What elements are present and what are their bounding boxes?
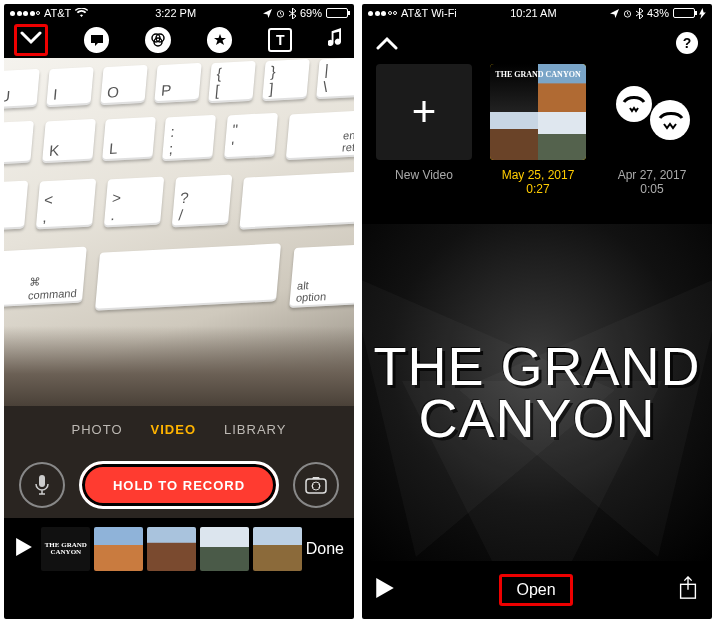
- done-button[interactable]: Done: [306, 540, 348, 558]
- clip-thumb-title: THE GRAND CANYON: [41, 542, 90, 556]
- record-bar: HOLD TO RECORD: [4, 452, 354, 518]
- alarm-icon: [276, 9, 285, 18]
- clip-thumbnail[interactable]: [253, 527, 302, 571]
- projects-bottom-bar: Open: [362, 561, 712, 619]
- signal-dots-icon: [10, 11, 40, 16]
- play-icon: [376, 578, 394, 598]
- projects-toolbar: ?: [362, 22, 712, 64]
- plus-icon: +: [412, 88, 437, 136]
- signal-dots-icon: [368, 11, 397, 16]
- clips-projects-screen: AT&T Wi-Fi 10:21 AM 43% ? + New Video: [362, 4, 712, 619]
- clock-label: 3:22 PM: [155, 7, 196, 19]
- location-icon: [610, 9, 619, 18]
- status-bar: AT&T 3:22 PM 69%: [4, 4, 354, 22]
- mode-selector: PHOTO VIDEO LIBRARY: [4, 406, 354, 452]
- project-tile[interactable]: THE GRAND CANYON May 25, 2017 0:27: [490, 64, 586, 196]
- project-duration: 0:27: [490, 182, 586, 196]
- filters-icon[interactable]: [145, 27, 170, 53]
- battery-pct-label: 43%: [647, 7, 669, 19]
- project-tile[interactable]: Apr 27, 2017 0:05: [604, 64, 700, 196]
- live-titles-icon[interactable]: [84, 27, 109, 53]
- project-label: Apr 27, 2017: [604, 168, 700, 182]
- play-button[interactable]: [10, 538, 37, 560]
- wifi-icon: [75, 8, 88, 18]
- open-button[interactable]: Open: [499, 574, 572, 606]
- clip-thumbnail[interactable]: [200, 527, 249, 571]
- project-tile-title: THE GRAND CANYON: [490, 70, 586, 79]
- bluetooth-icon: [636, 8, 643, 19]
- clip-thumbnail[interactable]: [147, 527, 196, 571]
- svg-point-7: [616, 86, 652, 122]
- svg-point-8: [650, 100, 690, 140]
- battery-pct-label: 69%: [300, 7, 322, 19]
- project-label: May 25, 2017: [490, 168, 586, 182]
- chevron-up-icon[interactable]: [376, 36, 398, 50]
- mic-icon: [35, 475, 49, 495]
- project-duration: 0:05: [604, 182, 700, 196]
- flip-camera-icon: [305, 476, 327, 494]
- close-chevron-highlight: [14, 24, 48, 56]
- text-tool-icon[interactable]: T: [268, 28, 292, 52]
- timeline-strip: THE GRAND CANYON Done: [4, 518, 354, 580]
- project-carousel[interactable]: + New Video THE GRAND CANYON May 25, 201…: [362, 64, 712, 224]
- play-button[interactable]: [376, 578, 394, 602]
- mode-photo[interactable]: PHOTO: [72, 422, 123, 437]
- svg-rect-5: [306, 479, 326, 493]
- carrier-label: AT&T Wi-Fi: [401, 7, 457, 19]
- clips-record-screen: AT&T 3:22 PM 69% T U I: [4, 4, 354, 619]
- play-icon: [16, 538, 32, 556]
- share-button[interactable]: [678, 576, 698, 604]
- share-icon: [678, 576, 698, 600]
- chevron-down-icon[interactable]: [20, 30, 42, 46]
- alarm-icon: [623, 9, 632, 18]
- record-button[interactable]: HOLD TO RECORD: [79, 461, 279, 509]
- carrier-label: AT&T: [44, 7, 71, 19]
- clip-thumbnail[interactable]: THE GRAND CANYON: [41, 527, 90, 571]
- clock-label: 10:21 AM: [510, 7, 556, 19]
- status-bar: AT&T Wi-Fi 10:21 AM 43%: [362, 4, 712, 22]
- battery-icon: [673, 8, 695, 18]
- mode-library[interactable]: LIBRARY: [224, 422, 286, 437]
- svg-rect-4: [39, 475, 45, 487]
- project-preview[interactable]: THE GRAND CANYON: [362, 224, 712, 561]
- bluetooth-icon: [289, 8, 296, 19]
- mode-video[interactable]: VIDEO: [151, 422, 196, 437]
- editor-toolbar: T: [4, 22, 354, 58]
- music-icon[interactable]: [328, 28, 344, 52]
- charging-icon: [699, 8, 706, 19]
- new-video-tile[interactable]: + New Video: [376, 64, 472, 182]
- stickers-icon[interactable]: [207, 27, 232, 53]
- microphone-button[interactable]: [19, 462, 65, 508]
- clip-thumbnail[interactable]: [94, 527, 143, 571]
- flip-camera-button[interactable]: [293, 462, 339, 508]
- camera-viewport: U I O P {[ }] |\ J K L :; "' enterreturn…: [4, 58, 354, 406]
- help-icon[interactable]: ?: [676, 32, 698, 54]
- location-icon: [263, 9, 272, 18]
- project-label: New Video: [376, 168, 472, 182]
- battery-icon: [326, 8, 348, 18]
